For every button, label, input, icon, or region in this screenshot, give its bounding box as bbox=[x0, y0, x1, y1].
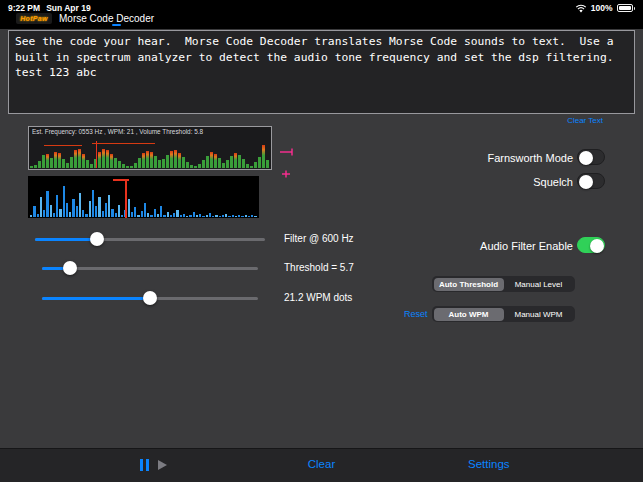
audio-filter-enable-label: Audio Filter Enable bbox=[480, 240, 573, 252]
histogram-cursor-line bbox=[125, 179, 127, 218]
filter-frequency-slider[interactable] bbox=[35, 232, 265, 246]
threshold-label: Threshold = 5.7 bbox=[284, 262, 354, 273]
bottom-toolbar: Clear Settings bbox=[0, 448, 643, 482]
frequency-cursor-line bbox=[96, 141, 98, 168]
threshold-mode-segmented: Auto Threshold Manual Level bbox=[432, 276, 575, 292]
clear-button[interactable]: Clear bbox=[308, 458, 335, 470]
pause-button[interactable] bbox=[140, 459, 149, 471]
slider-fill bbox=[42, 297, 150, 300]
histogram-bars bbox=[30, 179, 257, 217]
peak-hold-mark bbox=[92, 143, 155, 145]
slider-fill bbox=[35, 238, 97, 241]
slider-track bbox=[35, 238, 265, 241]
reset-link[interactable]: Reset bbox=[404, 309, 428, 319]
play-icon[interactable] bbox=[158, 460, 167, 470]
farnsworth-mode-label: Farnsworth Mode bbox=[487, 152, 573, 164]
wpm-mode-segmented: Auto WPM Manual WPM bbox=[432, 306, 575, 322]
toggle-knob bbox=[579, 151, 593, 165]
threshold-slider[interactable] bbox=[42, 261, 258, 275]
app-logo-icon: HotPaw bbox=[16, 13, 52, 24]
battery-percent: 100% bbox=[591, 3, 613, 13]
status-right: 100% bbox=[575, 3, 635, 13]
squelch-label: Squelch bbox=[533, 176, 573, 188]
status-time: 9:22 PM bbox=[8, 3, 40, 13]
morse-decoder-app: 9:22 PMSun Apr 19 100% HotPaw Morse Code… bbox=[0, 0, 643, 482]
battery-nub bbox=[634, 7, 636, 10]
toggle-knob bbox=[579, 175, 593, 189]
status-date: Sun Apr 19 bbox=[46, 3, 91, 13]
status-left: 9:22 PMSun Apr 19 bbox=[8, 3, 97, 13]
header: 9:22 PMSun Apr 19 100% HotPaw Morse Code… bbox=[0, 0, 643, 29]
tone-histogram bbox=[28, 176, 259, 218]
settings-button[interactable]: Settings bbox=[468, 458, 510, 470]
peak-hold-mark bbox=[44, 145, 83, 147]
title-bar: HotPaw Morse Code Decoder bbox=[16, 13, 154, 24]
spectrum-analyzer: Est. Frequency: 0553 Hz , WPM: 21 , Volu… bbox=[28, 126, 272, 170]
filter-frequency-label: Filter @ 600 Hz bbox=[284, 233, 354, 244]
status-bar: 9:22 PMSun Apr 19 100% bbox=[0, 0, 643, 14]
slider-thumb[interactable] bbox=[90, 232, 104, 246]
slider-thumb[interactable] bbox=[143, 291, 157, 305]
toggle-knob bbox=[590, 239, 604, 253]
wifi-icon bbox=[575, 4, 587, 13]
frequency-marker-icon bbox=[278, 142, 304, 182]
wpm-slider[interactable] bbox=[42, 291, 258, 305]
decoded-text-area[interactable]: See the code your hear. Morse Code Decod… bbox=[8, 30, 635, 114]
title-underline-indicator bbox=[112, 24, 121, 26]
farnsworth-toggle[interactable] bbox=[577, 149, 605, 165]
app-title: Morse Code Decoder bbox=[59, 13, 154, 24]
analyzer-info-label: Est. Frequency: 0553 Hz , WPM: 21 , Volu… bbox=[29, 127, 271, 136]
wpm-label: 21.2 WPM dots bbox=[284, 292, 352, 303]
battery-icon bbox=[617, 4, 633, 12]
histogram-cursor-tick bbox=[113, 179, 129, 181]
manual-level-segment[interactable]: Manual Level bbox=[504, 278, 574, 291]
clear-text-link[interactable]: Clear Text bbox=[567, 116, 603, 125]
audio-filter-toggle[interactable] bbox=[577, 237, 605, 253]
auto-wpm-segment[interactable]: Auto WPM bbox=[434, 308, 504, 321]
manual-wpm-segment[interactable]: Manual WPM bbox=[504, 308, 574, 321]
slider-thumb[interactable] bbox=[63, 261, 77, 275]
auto-threshold-segment[interactable]: Auto Threshold bbox=[434, 278, 504, 291]
squelch-toggle[interactable] bbox=[577, 173, 605, 189]
